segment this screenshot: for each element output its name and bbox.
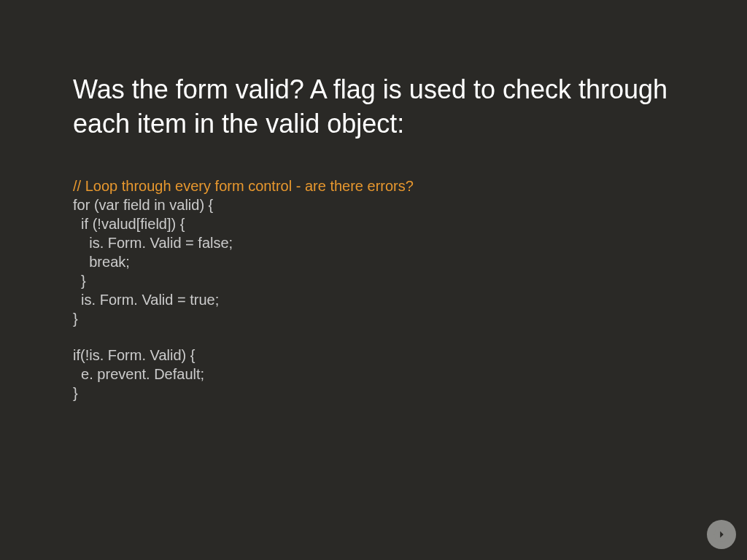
slide-title: Was the form valid? A flag is used to ch… <box>73 73 674 141</box>
code-line: for (var field in valid) { <box>73 195 674 214</box>
code-line: break; <box>73 252 674 271</box>
arrow-right-icon <box>713 526 729 542</box>
code-line: } <box>73 271 674 290</box>
code-line: is. Form. Valid = true; <box>73 290 674 309</box>
code-block: // Loop through every form control - are… <box>73 176 674 402</box>
code-line: } <box>73 384 674 402</box>
code-line: if(!is. Form. Valid) { <box>73 346 674 365</box>
code-line: is. Form. Valid = false; <box>73 233 674 252</box>
code-line: } <box>73 309 674 328</box>
next-button[interactable] <box>707 520 736 549</box>
code-line: e. prevent. Default; <box>73 365 674 384</box>
code-line: if (!valud[field]) { <box>73 214 674 233</box>
code-spacer <box>73 328 674 346</box>
code-comment: // Loop through every form control - are… <box>73 176 674 195</box>
slide-content: Was the form valid? A flag is used to ch… <box>0 0 747 402</box>
